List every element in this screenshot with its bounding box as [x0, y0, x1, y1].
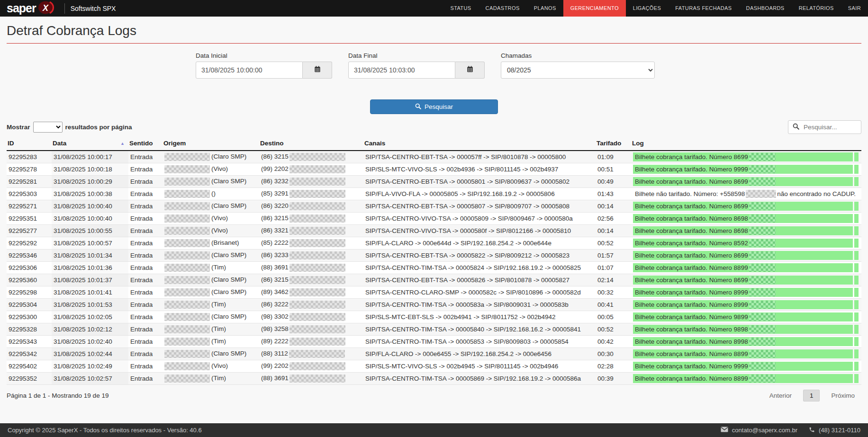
- phone-icon: [809, 427, 815, 434]
- cell-canais: SIP/TSA-CENTRO-TIM-TSA -> 00005869 -> SI…: [363, 373, 596, 385]
- cell-tarifado: 00:52: [596, 323, 631, 336]
- log-message-tarifado: Bilhete cobrança tarifado. Número 8592: [633, 239, 853, 248]
- cell-id: 92295303: [7, 188, 52, 200]
- origem-operator: (Claro SMP): [211, 313, 246, 320]
- chamadas-select[interactable]: 08/2025: [501, 62, 655, 79]
- brand-logo[interactable]: saper X: [0, 0, 60, 17]
- cell-destino: (86) 3215: [259, 213, 363, 225]
- table-row: 9229536031/08/2025 10:01:37Entrada(Claro…: [7, 274, 861, 286]
- cell-id: 92295271: [7, 200, 52, 213]
- cell-destino: (85) 3291: [259, 188, 363, 200]
- redacted-origem-pixelated: [164, 350, 210, 358]
- cell-log: Bilhete cobrança tarifado. Número 8699: [631, 250, 861, 262]
- nav-item-faturas-fechadas[interactable]: FATURAS FECHADAS: [668, 0, 739, 17]
- destino-prefix: (99) 2202: [261, 362, 289, 369]
- cell-destino: (98) 3302: [259, 311, 363, 323]
- search-icon: [415, 103, 421, 111]
- cell-destino: (89) 3462: [259, 286, 363, 299]
- column-header-log[interactable]: Log: [631, 138, 861, 151]
- data-inicial-label: Data Inicial: [196, 52, 332, 59]
- data-inicial-calendar-button[interactable]: [303, 62, 332, 79]
- cell-destino: (99) 2202: [259, 360, 363, 373]
- cell-destino: (86) 3232: [259, 176, 363, 188]
- column-header-origem[interactable]: Origem: [163, 138, 259, 151]
- nav-item-dashboards[interactable]: DASHBOARDS: [739, 0, 792, 17]
- contact-email[interactable]: contato@saperx.com.br: [721, 427, 797, 434]
- table-row: 9229540231/08/2025 10:02:49Entrada(Vivo)…: [7, 360, 861, 373]
- nav-item-status[interactable]: STATUS: [443, 0, 478, 17]
- brand-logo-text: saper: [7, 2, 36, 14]
- origem-operator: (Tim): [211, 325, 226, 332]
- cell-tarifado: 02:56: [596, 213, 631, 225]
- pagination-info: Página 1 de 1 - Mostrando 19 de 19: [7, 392, 108, 399]
- redacted-destino-pixelated: [289, 325, 345, 333]
- redacted-destino-pixelated: [289, 276, 345, 284]
- cell-id: 92295304: [7, 299, 52, 311]
- nav-item-planos[interactable]: PLANOS: [527, 0, 563, 17]
- nav-item-liga-es[interactable]: LIGAÇÕES: [626, 0, 668, 17]
- redacted-log-pixelated: [749, 325, 776, 333]
- column-header-destino[interactable]: Destino: [259, 138, 363, 151]
- cell-origem: (Tim): [163, 336, 259, 348]
- redacted-log-pixelated: [749, 239, 776, 247]
- destino-prefix: (98) 3258: [261, 325, 289, 332]
- column-header-tarifado[interactable]: Tarifado: [596, 138, 631, 151]
- data-final-calendar-button[interactable]: [455, 62, 485, 79]
- pesquisar-button[interactable]: Pesquisar: [370, 99, 498, 114]
- destino-prefix: (85) 3291: [261, 190, 289, 197]
- nav-item-sair[interactable]: SAIR: [841, 0, 868, 17]
- cell-origem: (Vivo): [163, 225, 259, 237]
- current-page-button[interactable]: 1: [803, 390, 820, 401]
- redacted-origem-pixelated: [164, 214, 210, 223]
- data-inicial-input[interactable]: [196, 62, 303, 79]
- column-header-sentido[interactable]: Sentido: [128, 138, 163, 151]
- cell-origem: (Claro SMP): [163, 250, 259, 262]
- cell-origem: (Tim): [163, 373, 259, 385]
- cell-origem: (Vivo): [163, 213, 259, 225]
- nav-item-cadastros[interactable]: CADASTROS: [479, 0, 527, 17]
- redacted-origem-pixelated: [164, 227, 210, 235]
- previous-page-button[interactable]: Anterior: [763, 390, 798, 401]
- cell-data: 31/08/2025 10:02:44: [52, 348, 128, 360]
- column-header-canais[interactable]: Canais: [363, 138, 596, 151]
- table-row: 9229529831/08/2025 10:01:41Entrada(Claro…: [7, 286, 861, 299]
- redacted-origem-pixelated: [164, 338, 210, 346]
- nav-item-gerenciamento[interactable]: GERENCIAMENTO: [563, 0, 626, 17]
- cell-log: Bilhete cobrança tarifado. Número 9898: [631, 323, 861, 336]
- cell-sentido: Entrada: [128, 225, 163, 237]
- cell-destino: (98) 3258: [259, 323, 363, 336]
- table-row: 9229529231/08/2025 10:00:57Entrada(Brisa…: [7, 237, 861, 250]
- results-per-page-select[interactable]: [33, 122, 63, 133]
- cell-log: Bilhete cobrança tarifado. Número 8699: [631, 274, 861, 286]
- table-row: 9229534631/08/2025 10:01:34Entrada(Claro…: [7, 250, 861, 262]
- log-message-tarifado: Bilhete cobrança tarifado. Número 8899: [633, 349, 853, 358]
- table-search-input[interactable]: [803, 123, 857, 131]
- cell-id: 92295342: [7, 348, 52, 360]
- nav-item-relat-rios[interactable]: RELATÓRIOS: [792, 0, 841, 17]
- cell-id: 92295306: [7, 262, 52, 274]
- cell-id: 92295328: [7, 323, 52, 336]
- cell-tarifado: 00:30: [596, 348, 631, 360]
- cell-data: 31/08/2025 10:02:57: [52, 373, 128, 385]
- log-message-nao-tarifado: Bilhete não tarifado. Número: +558598não…: [633, 189, 859, 198]
- contact-phone[interactable]: (48) 3121-0110: [809, 427, 860, 434]
- cell-id: 92295277: [7, 225, 52, 237]
- log-text: Bilhete cobrança tarifado. Número 8899: [635, 264, 748, 271]
- redacted-log-pixelated: [749, 301, 776, 309]
- origem-operator: (Tim): [211, 301, 226, 308]
- cell-data: 31/08/2025 10:02:40: [52, 336, 128, 348]
- resultados-label: resultados por página: [65, 124, 132, 131]
- redacted-origem-pixelated: [164, 251, 210, 259]
- log-message-tarifado: Bilhete cobrança tarifado. Número 9898: [633, 325, 853, 334]
- log-table-body: 9229528331/08/2025 10:00:17Entrada(Claro…: [7, 151, 861, 385]
- data-final-input[interactable]: [348, 62, 455, 79]
- cell-id: 92295352: [7, 373, 52, 385]
- cell-sentido: Entrada: [128, 311, 163, 323]
- next-page-button[interactable]: Próximo: [824, 390, 861, 401]
- table-row: 9229528331/08/2025 10:00:17Entrada(Claro…: [7, 151, 861, 163]
- column-header-data[interactable]: Data▲: [52, 138, 128, 151]
- column-header-id[interactable]: ID: [7, 138, 52, 151]
- redacted-log-pixelated: [749, 276, 776, 284]
- pesquisar-button-label: Pesquisar: [425, 103, 453, 110]
- origem-operator: (Brisanet): [211, 239, 239, 246]
